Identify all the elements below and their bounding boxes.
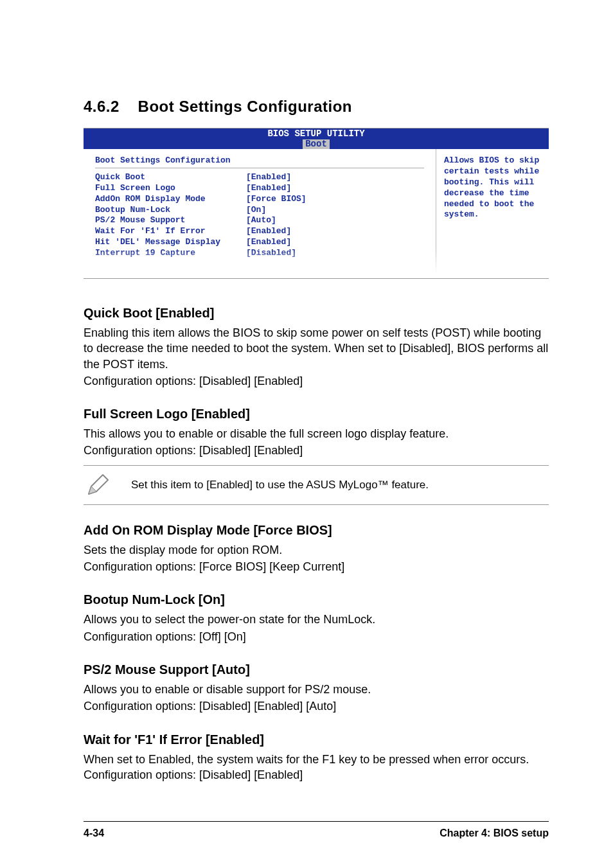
note-text: Set this item to [Enabled] to use the AS… [131, 478, 429, 492]
item-heading: Add On ROM Display Mode [Force BIOS] [84, 522, 549, 538]
bios-left-panel: Boot Settings Configuration Quick Boot[E… [84, 149, 436, 278]
bios-tab: Boot [303, 139, 330, 149]
bios-row: Interrupt 19 Capture[Disabled] [95, 248, 424, 259]
item-heading: Wait for 'F1' If Error [Enabled] [84, 731, 549, 748]
item-heading: PS/2 Mouse Support [Auto] [84, 661, 549, 678]
bios-row: Bootup Num-Lock[On] [95, 205, 424, 216]
body-text: Enabling this item allows the BIOS to sk… [84, 325, 549, 372]
item-heading: Quick Boot [Enabled] [84, 305, 549, 321]
body-text: Allows you to select the power-on state … [84, 612, 549, 627]
body-text: This allows you to enable or disable the… [84, 426, 549, 441]
bios-panel-title: Boot Settings Configuration [95, 155, 424, 168]
chapter-label: Chapter 4: BIOS setup [440, 827, 549, 840]
bios-row: Quick Boot[Enabled] [95, 172, 424, 183]
body-text: Configuration options: [Disabled] [Enabl… [84, 373, 549, 389]
body-text: When set to Enabled, the system waits fo… [84, 752, 549, 783]
body-text: Configuration options: [Off] [On] [84, 629, 549, 644]
section-number: 4.6.2 [84, 98, 120, 115]
body-text: Allows you to enable or disable support … [84, 682, 549, 697]
page-number: 4-34 [84, 827, 104, 840]
section-heading: 4.6.2 Boot Settings Configuration [84, 96, 549, 116]
bios-util-title: BIOS SETUP UTILITY [84, 129, 549, 139]
bios-row: Full Screen Logo[Enabled] [95, 183, 424, 194]
bios-row: PS/2 Mouse Support[Auto] [95, 215, 424, 226]
bios-header: BIOS SETUP UTILITY Boot [84, 128, 549, 149]
item-heading: Full Screen Logo [Enabled] [84, 405, 549, 422]
item-heading: Bootup Num-Lock [On] [84, 591, 549, 608]
bios-body: Boot Settings Configuration Quick Boot[E… [84, 149, 549, 278]
bios-row: Wait For 'F1' If Error[Enabled] [95, 226, 424, 237]
bios-screenshot: BIOS SETUP UTILITY Boot Boot Settings Co… [84, 128, 549, 279]
bios-row: Hit 'DEL' Message Display[Enabled] [95, 237, 424, 248]
pencil-icon [84, 471, 112, 499]
body-text: Configuration options: [Force BIOS] [Kee… [84, 559, 549, 574]
page-footer: 4-34 Chapter 4: BIOS setup [84, 821, 549, 840]
body-text: Configuration options: [Disabled] [Enabl… [84, 443, 549, 458]
note-block: Set this item to [Enabled] to use the AS… [84, 465, 549, 505]
bios-row: AddOn ROM Display Mode[Force BIOS] [95, 194, 424, 205]
body-text: Sets the display mode for option ROM. [84, 542, 549, 558]
body-text: Configuration options: [Disabled] [Enabl… [84, 698, 549, 714]
section-title: Boot Settings Configuration [138, 98, 352, 115]
bios-help-panel: Allows BIOS to skip certain tests while … [436, 149, 549, 278]
